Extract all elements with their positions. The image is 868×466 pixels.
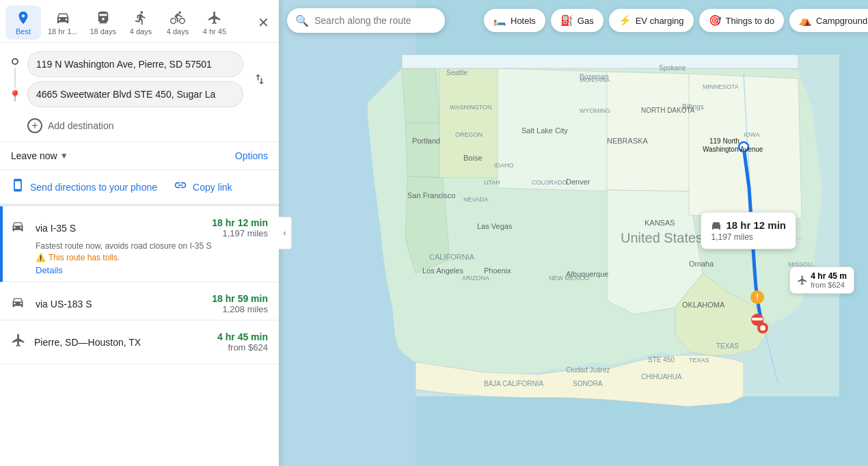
- tab-best-label: Best: [16, 27, 31, 36]
- tab-transit-label: 18 days: [90, 27, 116, 36]
- svg-text:Los Angeles: Los Angeles: [422, 266, 463, 275]
- svg-text:MINNESOTA: MINNESOTA: [703, 83, 739, 90]
- hotels-label: Hotels: [511, 16, 536, 26]
- map-search-wrapper: 🔍: [287, 8, 478, 33]
- filter-chip-gas[interactable]: ⛽ Gas: [551, 9, 603, 32]
- svg-text:COLORADO: COLORADO: [532, 179, 567, 186]
- leave-now-button[interactable]: Leave now ▼: [11, 150, 68, 161]
- add-destination[interactable]: + Add destination: [0, 113, 279, 141]
- tab-drive-label: 18 hr 1...: [48, 27, 77, 36]
- svg-text:CHIHUAHUA: CHIHUAHUA: [641, 373, 682, 381]
- tab-bike-label: 4 days: [167, 27, 189, 36]
- route-1-header: via I-35 S 18 hr 12 min 1,197 miles: [11, 217, 268, 238]
- route-2-timing: 18 hr 59 min 1,208 miles: [212, 293, 268, 314]
- svg-rect-10: [752, 318, 763, 320]
- svg-text:IOWA: IOWA: [744, 131, 760, 138]
- swap-button[interactable]: [249, 68, 271, 90]
- collapse-panel-button[interactable]: ‹: [279, 217, 292, 249]
- route-result-2[interactable]: via US-183 S 18 hr 59 min 1,208 miles: [0, 282, 279, 320]
- svg-text:WASHINGTON: WASHINGTON: [450, 104, 492, 111]
- route-1-car-icon: [11, 219, 27, 236]
- svg-text:Omaha: Omaha: [689, 260, 714, 268]
- phone-icon: [11, 178, 25, 195]
- close-button[interactable]: ✕: [254, 10, 273, 35]
- flight-route: Pierre, SD—Houston, TX: [34, 337, 209, 348]
- filter-chip-campgrounds[interactable]: ⛺ Campgrounds: [789, 9, 868, 32]
- origin-input[interactable]: [27, 51, 243, 77]
- tab-flight[interactable]: 4 hr 45: [197, 5, 232, 40]
- tab-bike[interactable]: 4 days: [160, 5, 195, 40]
- route-1-time: 18 hr 12 min: [212, 217, 268, 228]
- send-directions-button[interactable]: Send directions to your phone: [11, 178, 157, 195]
- svg-text:San Francisco: San Francisco: [407, 191, 455, 200]
- send-directions-label: Send directions to your phone: [30, 182, 157, 193]
- svg-text:UTAH: UTAH: [484, 179, 500, 186]
- route-result-1[interactable]: via I-35 S 18 hr 12 min 1,197 miles Fast…: [0, 206, 279, 282]
- tab-drive[interactable]: 18 hr 1...: [42, 5, 83, 40]
- map-route-popup: 18 hr 12 min 1,197 miles: [701, 212, 796, 249]
- hotels-icon: 🛏️: [493, 14, 506, 27]
- destination-pin: 📍: [8, 91, 22, 102]
- details-link[interactable]: Details: [36, 265, 63, 275]
- add-destination-label: Add destination: [48, 120, 114, 131]
- todo-icon: 🎯: [709, 14, 722, 27]
- svg-text:NEBRASKA: NEBRASKA: [607, 137, 649, 145]
- map-flight-badge: 4 hr 45 m from $624: [789, 266, 854, 294]
- toll-warning: ⚠️ This route has tolls.: [36, 253, 268, 262]
- route-1-distance: 1,197 miles: [212, 228, 268, 238]
- svg-text:Spokane: Spokane: [659, 64, 686, 72]
- svg-text:TEXAS: TEXAS: [689, 357, 709, 364]
- transport-tabs: Best 18 hr 1... 18 days 4 days 4 days: [0, 0, 279, 43]
- route-options-bar: Leave now ▼ Options: [0, 142, 279, 170]
- filter-chip-todo[interactable]: 🎯 Things to do: [699, 9, 785, 32]
- campgrounds-label: Campgrounds: [816, 16, 868, 26]
- svg-text:OKLAHOMA: OKLAHOMA: [682, 301, 725, 309]
- bike-icon: [169, 10, 186, 26]
- destination-input[interactable]: [27, 81, 243, 107]
- tab-walk[interactable]: 4 days: [123, 5, 159, 40]
- flight-badge-price: from $624: [811, 281, 847, 289]
- route-2-via: via US-183 S: [36, 299, 204, 310]
- map-search-input[interactable]: [287, 8, 445, 33]
- tab-best[interactable]: Best: [5, 5, 41, 40]
- filter-chip-ev[interactable]: ⚡ EV charging: [609, 9, 694, 32]
- svg-text:Phoenix: Phoenix: [484, 266, 511, 275]
- flight-time: 4 hr 45 min: [217, 331, 268, 342]
- svg-text:Billings: Billings: [682, 103, 704, 111]
- filter-chip-hotels[interactable]: 🛏️ Hotels: [484, 9, 545, 32]
- svg-text:NEW MEXICO: NEW MEXICO: [549, 275, 589, 282]
- flight-timing: 4 hr 45 min from $624: [217, 331, 268, 353]
- route-2-distance: 1,208 miles: [212, 304, 268, 314]
- flight-result-icon: [11, 333, 26, 351]
- svg-text:119 North: 119 North: [709, 137, 740, 145]
- link-icon: [174, 178, 187, 195]
- options-button[interactable]: Options: [235, 150, 268, 161]
- svg-text:Boise: Boise: [463, 154, 483, 162]
- flight-badge-time: 4 hr 45 m: [811, 271, 847, 281]
- svg-text:Denver: Denver: [566, 178, 591, 186]
- warning-icon: ⚠️: [36, 253, 46, 262]
- best-route-icon: [15, 10, 31, 26]
- transit-icon: [95, 10, 111, 26]
- svg-point-4: [760, 325, 765, 331]
- flight-price: from $624: [217, 342, 268, 353]
- walk-icon: [133, 10, 149, 26]
- route-1-via: via I-35 S: [36, 223, 204, 234]
- popup-time-value: 18 hr 12 min: [726, 219, 786, 231]
- flight-tab-icon: [206, 10, 223, 26]
- svg-text:IDAHO: IDAHO: [494, 162, 514, 169]
- flight-result[interactable]: Pierre, SD—Houston, TX 4 hr 45 min from …: [0, 320, 279, 364]
- map-container: ‹ 🔍 🛏️ Hotels ⛽ Gas ⚡ EV charging 🎯 Thin…: [279, 0, 868, 466]
- svg-text:Seattle: Seattle: [446, 69, 468, 77]
- svg-text:CALIFORNIA: CALIFORNIA: [429, 253, 475, 261]
- popup-distance: 1,197 miles: [711, 232, 786, 242]
- svg-text:Bozeman: Bozeman: [580, 73, 608, 81]
- tab-flight-label: 4 hr 45: [203, 27, 226, 36]
- svg-text:OREGON: OREGON: [455, 131, 483, 138]
- tab-transit[interactable]: 18 days: [84, 5, 122, 40]
- tab-walk-label: 4 days: [130, 27, 152, 36]
- leave-now-chevron: ▼: [60, 151, 68, 161]
- copy-link-button[interactable]: Copy link: [174, 178, 232, 195]
- svg-text:Washington Avenue: Washington Avenue: [703, 146, 763, 153]
- route-2-car-icon: [11, 295, 27, 312]
